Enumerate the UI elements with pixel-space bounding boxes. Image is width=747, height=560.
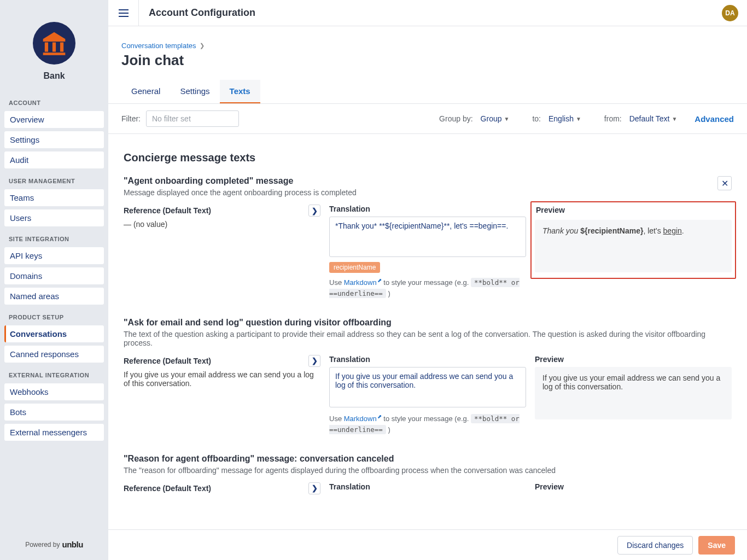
translation-input[interactable] [329, 217, 526, 257]
copy-right-icon[interactable]: ❯ [308, 205, 320, 217]
main: Account Configuration DA Conversation te… [108, 0, 747, 560]
translation-col: Translation recipientName Use Markdown⬈ … [329, 205, 526, 299]
menu-icon[interactable] [108, 0, 139, 26]
cfg-title: "Agent onboarding completed" message [124, 176, 732, 186]
tab-texts[interactable]: Texts [220, 80, 260, 103]
sidebar-item-webhooks[interactable]: Webhooks [4, 383, 104, 400]
sidebar-item-apikeys[interactable]: API keys [4, 247, 104, 264]
section-title-user-mgmt: USER MANAGEMENT [0, 170, 108, 188]
sidebar-item-domains[interactable]: Domains [4, 267, 104, 284]
from-select[interactable]: Default Text▼ [627, 113, 680, 124]
reference-value: If you give us your email address we can… [124, 370, 320, 388]
tab-general[interactable]: General [121, 80, 170, 103]
caret-down-icon: ▼ [576, 116, 581, 122]
filter-input[interactable] [146, 110, 239, 127]
copy-right-icon[interactable]: ❯ [308, 482, 320, 494]
sidebar-item-overview[interactable]: Overview [4, 111, 104, 128]
sidebar-item-audit[interactable]: Audit [4, 151, 104, 168]
from-label: from: [604, 114, 622, 123]
markdown-link[interactable]: Markdown⬈ [344, 278, 382, 287]
preview-col: Preview If you give us your email addres… [535, 355, 732, 419]
svg-rect-0 [45, 42, 48, 51]
translation-input[interactable] [329, 367, 526, 407]
filter-label: Filter: [121, 114, 141, 123]
chevron-right-icon: ❯ [200, 42, 205, 49]
breadcrumb-link[interactable]: Conversation templates [121, 42, 196, 50]
preview-col: Preview [535, 482, 732, 494]
config-block-agent-onboarding: ✕ "Agent onboarding completed" message M… [124, 176, 732, 299]
section-title-account: ACCOUNT [0, 92, 108, 109]
tabs: General Settings Texts [108, 80, 747, 104]
reference-label: Reference (Default Text) [124, 484, 211, 493]
svg-rect-3 [43, 52, 66, 55]
cfg-title: "Reason for agent offboarding" message: … [124, 454, 732, 464]
close-icon[interactable]: ✕ [717, 176, 732, 190]
config-block-ask-email: "Ask for email and send log" question du… [124, 318, 732, 435]
section-title: Concierge message texts [124, 151, 732, 164]
external-link-icon: ⬈ [377, 277, 382, 283]
sidebar-item-settings[interactable]: Settings [4, 131, 104, 148]
caret-down-icon: ▼ [504, 116, 510, 122]
cfg-desc: Message displayed once the agent onboard… [124, 188, 732, 197]
reference-label: Reference (Default Text) [124, 357, 211, 365]
sidebar-item-canned[interactable]: Canned responses [4, 346, 104, 363]
save-button[interactable]: Save [698, 536, 735, 555]
sidebar-item-users[interactable]: Users [4, 209, 104, 226]
powered-brand: unblu [62, 540, 83, 549]
to-select[interactable]: English▼ [546, 113, 583, 124]
content: Concierge message texts ✕ "Agent onboard… [108, 134, 747, 529]
variable-chip[interactable]: recipientName [329, 262, 380, 273]
copy-right-icon[interactable]: ❯ [308, 355, 320, 367]
discard-button[interactable]: Discard changes [617, 536, 693, 555]
reference-value: — (no value) [124, 220, 320, 229]
sidebar: $ Bank ACCOUNT Overview Settings Audit U… [0, 0, 108, 560]
sidebar-item-extmsg[interactable]: External messengers [4, 424, 104, 441]
translation-col: Translation [329, 482, 526, 494]
reference-col: Reference (Default Text) ❯ If you give u… [124, 355, 320, 388]
section-title-site-int: SITE INTEGRATION [0, 228, 108, 246]
advanced-link[interactable]: Advanced [695, 114, 734, 124]
config-block-reason-offboarding: "Reason for agent offboarding" message: … [124, 454, 732, 498]
markdown-hint: Use Markdown⬈ to style your message (e.g… [329, 276, 526, 299]
powered-label: Powered by [25, 541, 60, 549]
preview-label: Preview [535, 355, 564, 364]
section-title-external: EXTERNAL INTEGRATION [0, 364, 108, 382]
sidebar-item-bots[interactable]: Bots [4, 404, 104, 421]
translation-label: Translation [329, 482, 370, 491]
brand-name: Bank [43, 71, 65, 81]
preview-col: Preview Thank you ${recipientName}, let'… [530, 201, 736, 279]
preview-box: If you give us your email address we can… [535, 367, 732, 419]
cfg-desc: The "reason for offboarding" message for… [124, 466, 732, 475]
translation-label: Translation [329, 205, 370, 213]
cfg-title: "Ask for email and send log" question du… [124, 318, 732, 328]
groupby-label: Group by: [439, 114, 472, 123]
groupby-select[interactable]: Group▼ [478, 113, 512, 124]
preview-box: Thank you ${recipientName}, let's begin. [535, 220, 732, 272]
svg-rect-2 [60, 42, 63, 51]
sidebar-item-conversations[interactable]: Conversations [4, 325, 104, 342]
reference-col: Reference (Default Text) ❯ — (no value) [124, 205, 320, 229]
reference-label: Reference (Default Text) [124, 206, 211, 215]
avatar[interactable]: DA [722, 5, 738, 21]
preview-label: Preview [535, 482, 564, 491]
brand-block: $ Bank [0, 0, 108, 92]
translation-col: Translation Use Markdown⬈ to style your … [329, 355, 526, 435]
page-title: Join chat [121, 52, 734, 69]
sidebar-item-namedareas[interactable]: Named areas [4, 288, 104, 305]
topbar-title: Account Configuration [149, 7, 255, 19]
to-label: to: [532, 114, 541, 123]
footer: Discard changes Save [108, 529, 747, 560]
caret-down-icon: ▼ [672, 116, 677, 122]
powered-by: Powered by unblu [0, 532, 108, 560]
external-link-icon: ⬈ [377, 413, 382, 419]
sidebar-item-teams[interactable]: Teams [4, 189, 104, 206]
page-header: Conversation templates ❯ Join chat [108, 26, 747, 69]
breadcrumb: Conversation templates ❯ [121, 42, 734, 50]
translation-label: Translation [329, 355, 370, 364]
preview-label: Preview [536, 206, 565, 214]
markdown-link[interactable]: Markdown⬈ [344, 415, 382, 423]
svg-text:$: $ [52, 33, 56, 40]
topbar: Account Configuration DA [108, 0, 747, 26]
tab-settings[interactable]: Settings [170, 80, 219, 103]
cfg-desc: The text of the question asking a partic… [124, 330, 732, 347]
